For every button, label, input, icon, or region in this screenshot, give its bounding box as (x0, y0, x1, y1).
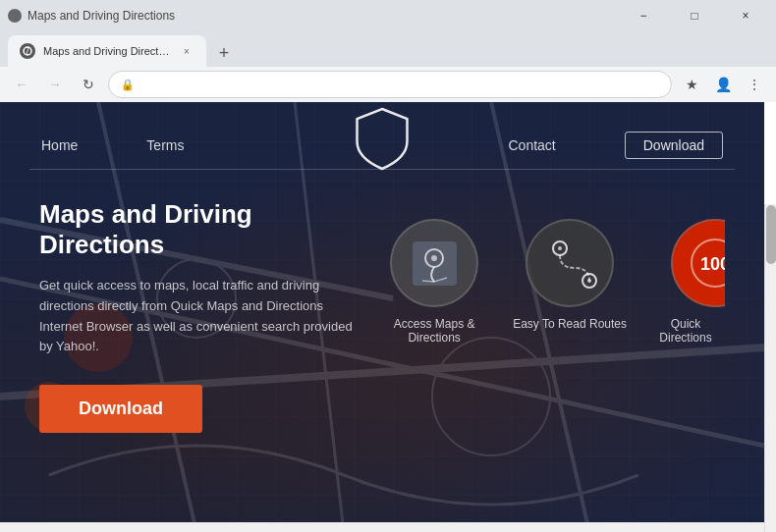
maximize-button[interactable]: □ (672, 0, 717, 31)
maps-icon-circle (390, 219, 478, 307)
active-tab[interactable]: Maps and Driving Directions × (8, 35, 206, 67)
svg-point-15 (558, 246, 562, 250)
site-logo (356, 107, 410, 175)
account-button[interactable]: 👤 (709, 71, 737, 98)
tab-label: Maps and Driving Directions (43, 45, 171, 57)
bookmark-button[interactable]: ★ (678, 71, 705, 98)
svg-point-13 (431, 255, 437, 261)
quick-directions-icon: 100 (689, 237, 726, 291)
browser-frame: Maps and Driving Directions − □ × Maps a… (0, 0, 776, 532)
feature-quick-directions: 100 Quick Directions (646, 219, 725, 345)
hero-title: Maps and Driving Directions (39, 199, 356, 260)
new-tab-button[interactable]: + (210, 39, 238, 67)
nav-home[interactable]: Home (41, 137, 78, 153)
hero-left: Maps and Driving Directions Get quick ac… (39, 199, 356, 433)
features-section: Access Maps & Directions (375, 199, 725, 433)
easy-routes-icon (540, 234, 599, 293)
webpage: Home Terms Contact Download Maps and Dri… (0, 102, 764, 532)
maps-access-icon (408, 237, 462, 291)
reload-button[interactable]: ↻ (75, 71, 102, 98)
routes-icon-circle (526, 219, 614, 307)
vertical-scrollbar[interactable] (764, 204, 776, 532)
back-button[interactable]: ← (8, 71, 35, 98)
feature-maps-access: Access Maps & Directions (375, 219, 493, 345)
url-bar[interactable]: 🔒 (108, 71, 672, 98)
tab-close-button[interactable]: × (179, 43, 194, 59)
toolbar-right: ★ 👤 ⋮ (678, 71, 768, 98)
speed-icon-circle: 100 (671, 219, 725, 307)
nav-terms[interactable]: Terms (146, 137, 184, 153)
tab-icon (20, 43, 35, 59)
quick-directions-label: Quick Directions (651, 317, 720, 345)
close-button[interactable]: × (723, 0, 768, 31)
minimize-button[interactable]: − (621, 0, 666, 31)
maps-access-label: Access Maps & Directions (375, 317, 493, 345)
hero-section: Maps and Driving Directions Get quick ac… (0, 170, 764, 452)
tab-bar: Maps and Driving Directions × + (0, 31, 776, 67)
svg-text:100: 100 (699, 254, 725, 274)
horizontal-scrollbar[interactable] (0, 522, 764, 532)
nav-download-button[interactable]: Download (625, 132, 723, 159)
lock-icon: 🔒 (121, 79, 135, 91)
viewport: Home Terms Contact Download Maps and Dri… (0, 102, 776, 532)
forward-button[interactable]: → (41, 71, 69, 98)
nav-contact[interactable]: Contact (508, 137, 555, 153)
menu-button[interactable]: ⋮ (741, 71, 768, 98)
tab-title: Maps and Driving Directions (28, 9, 175, 23)
scrollbar-thumb[interactable] (766, 205, 776, 264)
hero-description: Get quick access to maps, local traffic … (39, 276, 356, 357)
site-nav: Home Terms Contact Download (0, 102, 764, 169)
easy-routes-label: Easy To Read Routes (513, 317, 627, 331)
feature-easy-routes: Easy To Read Routes (513, 219, 627, 331)
title-bar: Maps and Driving Directions − □ × (0, 0, 776, 31)
svg-rect-11 (413, 241, 457, 286)
window-controls: − □ × (621, 0, 768, 31)
svg-point-17 (587, 279, 591, 283)
tab-favicon (8, 9, 22, 23)
hero-download-button[interactable]: Download (39, 385, 202, 433)
address-bar: ← → ↻ 🔒 ★ 👤 ⋮ (0, 67, 776, 102)
